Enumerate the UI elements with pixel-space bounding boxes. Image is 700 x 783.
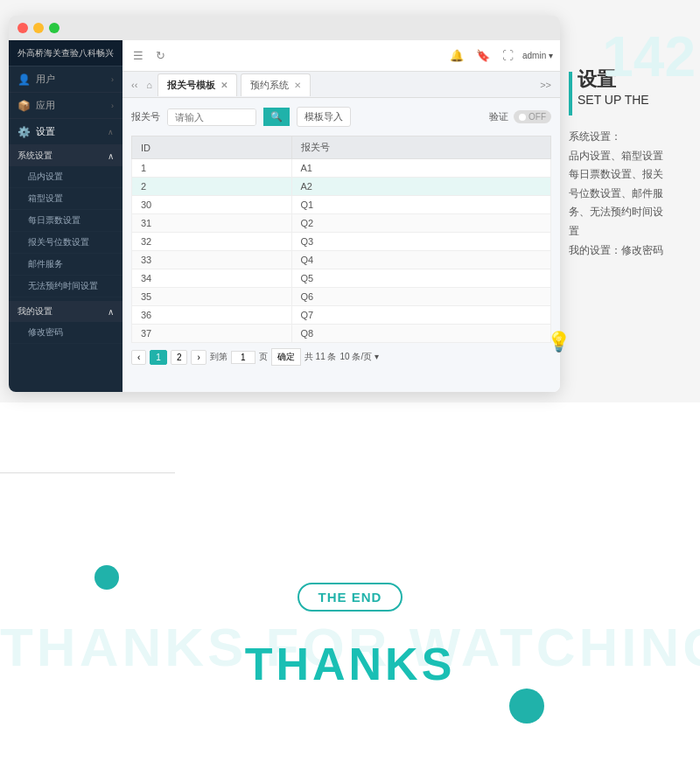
bell-icon[interactable]: 🔔 xyxy=(446,47,467,64)
thanks-text: THANKS xyxy=(245,638,456,690)
sidebar-item-apps[interactable]: 📦 应用 › xyxy=(9,93,122,119)
search-label: 报关号 xyxy=(131,110,160,123)
browser-content: 外高桥海关查验八科畅兴 👤 用户 › 📦 应用 › ⚙️ 设置 ∧ xyxy=(9,40,560,392)
chevron-up-icon: ∧ xyxy=(108,128,114,136)
table-row: 2A2 xyxy=(132,178,551,196)
minimize-button[interactable] xyxy=(33,23,44,33)
annotation-accent-bar xyxy=(569,72,572,115)
sidebar-sub-item-product[interactable]: 品内设置 xyxy=(9,166,122,188)
table-row: 35Q6 xyxy=(132,288,551,306)
sidebar-item-settings[interactable]: ⚙️ 设置 ∧ xyxy=(9,119,122,145)
bottom-section: THE END THANKS FOR WATCHING THANKS xyxy=(0,490,700,783)
main-toolbar: ☰ ↻ 🔔 🔖 ⛶ admin ▾ xyxy=(122,40,560,72)
tab-prev-icon[interactable]: ‹‹ xyxy=(128,78,141,92)
page-next-button[interactable]: › xyxy=(191,350,206,365)
cell-id: 37 xyxy=(132,325,292,343)
tab-declaration-template[interactable]: 报关号模板 ✕ xyxy=(158,73,237,96)
table-row: 34Q5 xyxy=(132,269,551,288)
col-header-id: ID xyxy=(132,136,292,159)
sidebar-sub-item-password[interactable]: 修改密码 xyxy=(9,322,122,344)
table-row: 31Q2 xyxy=(132,214,551,233)
sidebar-sub-item-box[interactable]: 箱型设置 xyxy=(9,188,122,210)
cell-code: A2 xyxy=(291,178,550,196)
tab-close-icon[interactable]: ✕ xyxy=(294,80,301,90)
pagination: ‹ 1 2 › 到第 页 确定 共 11 条 10 条/页 ▾ xyxy=(131,348,551,366)
cell-code: Q7 xyxy=(291,306,550,325)
main-area: ☰ ↻ 🔔 🔖 ⛶ admin ▾ ‹‹ ⌂ 报关号模板 ✕ xyxy=(122,40,560,392)
browser-titlebar xyxy=(9,16,560,40)
cell-code: A1 xyxy=(291,159,550,178)
page-confirm-button[interactable]: 确定 xyxy=(271,348,301,366)
table-row: 33Q4 xyxy=(132,251,551,269)
annotation-panel: 142 设置 SET UP THE 系统设置： 品内设置、箱型设置每日票数设置、… xyxy=(560,16,700,260)
desc-body: 品内设置、箱型设置每日票数设置、报关号位数设置、邮件服务、无法预约时间设置我的设… xyxy=(569,150,663,256)
tab-home-icon[interactable]: ⌂ xyxy=(143,78,156,92)
chevron-up-icon: ∧ xyxy=(108,151,114,161)
cell-code: Q5 xyxy=(291,269,550,288)
verify-label: 验证 xyxy=(489,110,508,123)
cell-code: Q8 xyxy=(291,325,550,343)
annotation-number: 142 xyxy=(602,16,700,85)
cell-id: 1 xyxy=(132,159,292,178)
page-input[interactable] xyxy=(231,351,256,364)
cell-id: 33 xyxy=(132,251,292,269)
tab-close-icon[interactable]: ✕ xyxy=(220,80,228,90)
search-input[interactable] xyxy=(168,109,256,125)
cell-id: 32 xyxy=(132,233,292,251)
sidebar-sub-item-daily[interactable]: 每日票数设置 xyxy=(9,210,122,232)
admin-label[interactable]: admin ▾ xyxy=(522,51,553,60)
maximize-button[interactable] xyxy=(49,23,60,33)
close-button[interactable] xyxy=(18,23,28,33)
tab-next-icon[interactable]: >> xyxy=(536,78,555,92)
cell-code: Q4 xyxy=(291,251,550,269)
bookmark-icon[interactable]: 🔖 xyxy=(472,47,494,64)
page-2-button[interactable]: 2 xyxy=(171,350,188,365)
cell-id: 36 xyxy=(132,306,292,325)
refresh-icon[interactable]: ↻ xyxy=(152,47,169,64)
my-settings-section[interactable]: 我的设置 ∧ xyxy=(9,301,122,322)
circle-decoration-right xyxy=(509,689,544,724)
page-prev-button[interactable]: ‹ xyxy=(131,350,146,365)
table-row: 30Q1 xyxy=(132,196,551,214)
page-unit: 页 xyxy=(259,351,268,363)
lightbulb-icon: 💡 xyxy=(547,331,570,353)
sidebar: 外高桥海关查验八科畅兴 👤 用户 › 📦 应用 › ⚙️ 设置 ∧ xyxy=(9,40,122,392)
per-page-label[interactable]: 10 条/页 ▾ xyxy=(340,351,379,363)
tab-bar: ‹‹ ⌂ 报关号模板 ✕ 预约系统 ✕ >> xyxy=(122,72,560,98)
chevron-right-icon: › xyxy=(111,101,114,110)
sidebar-sub-item-notime[interactable]: 无法预约时间设置 xyxy=(9,276,122,297)
sidebar-item-users[interactable]: 👤 用户 › xyxy=(9,66,122,93)
search-bar: 报关号 🔍 模板导入 验证 OFF xyxy=(131,107,551,127)
verify-toggle[interactable]: OFF xyxy=(514,110,551,123)
top-section: 外高桥海关查验八科畅兴 👤 用户 › 📦 应用 › ⚙️ 设置 ∧ xyxy=(0,0,700,402)
menu-icon[interactable]: ☰ xyxy=(130,47,147,64)
gear-icon: ⚙️ xyxy=(18,126,31,138)
page-current-button[interactable]: 1 xyxy=(150,350,167,365)
cell-id: 31 xyxy=(132,214,292,233)
sidebar-sub-item-email[interactable]: 邮件服务 xyxy=(9,254,122,276)
app-icon: 📦 xyxy=(18,100,31,112)
table-row: 37Q8 xyxy=(132,325,551,343)
total-label: 共 11 条 xyxy=(304,351,337,363)
sidebar-header: 外高桥海关查验八科畅兴 xyxy=(9,40,122,66)
col-header-code: 报关号 xyxy=(291,136,550,159)
system-settings-section[interactable]: 系统设置 ∧ xyxy=(9,145,122,166)
verify-area: 验证 OFF xyxy=(489,110,551,123)
template-import-button[interactable]: 模板导入 xyxy=(297,107,351,127)
cell-id: 30 xyxy=(132,196,292,214)
chevron-up-icon: ∧ xyxy=(108,307,114,317)
chevron-right-icon: › xyxy=(111,75,114,84)
table-row: 36Q7 xyxy=(132,306,551,325)
cell-code: Q6 xyxy=(291,288,550,306)
goto-label: 到第 xyxy=(210,351,228,363)
tab-booking-system[interactable]: 预约系统 ✕ xyxy=(241,73,311,96)
search-input-wrap xyxy=(167,108,256,126)
annotation-subtitle: SET UP THE xyxy=(578,93,649,107)
data-table: ID 报关号 1A12A230Q131Q232Q333Q434Q535Q636Q… xyxy=(131,136,551,343)
cell-id: 34 xyxy=(132,269,292,288)
user-icon: 👤 xyxy=(18,73,31,86)
expand-icon[interactable]: ⛶ xyxy=(499,47,517,64)
table-row: 32Q3 xyxy=(132,233,551,251)
search-button[interactable]: 🔍 xyxy=(263,108,290,126)
sidebar-sub-item-code[interactable]: 报关号位数设置 xyxy=(9,232,122,254)
